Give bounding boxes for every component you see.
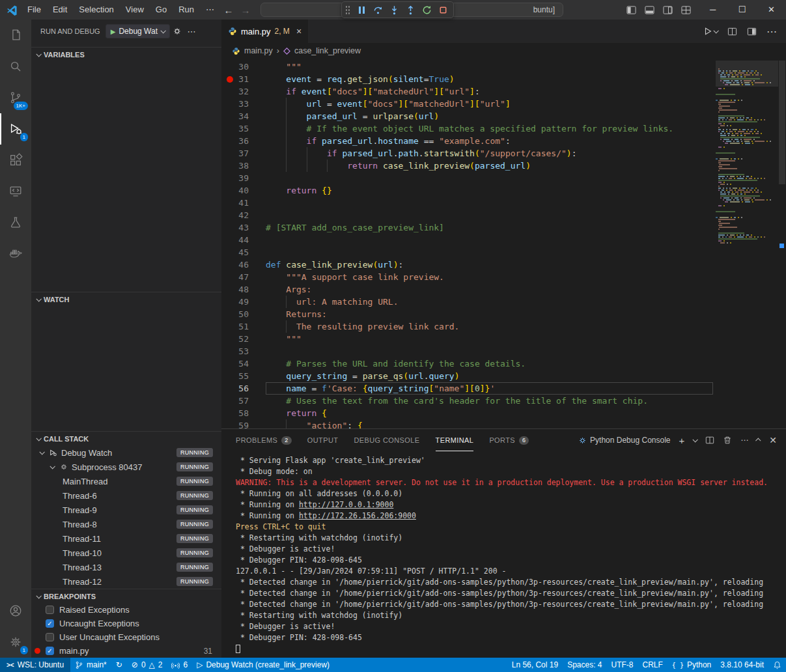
call-stack-item[interactable]: Thread-6RUNNING: [31, 488, 221, 503]
checkbox[interactable]: ✓: [46, 647, 54, 655]
code-line-43[interactable]: 43# [START add_ons_case_preview_link]: [221, 221, 786, 234]
code-line-58[interactable]: 58 return {: [221, 407, 786, 419]
account-icon[interactable]: [0, 595, 31, 626]
panel-more-actions-icon[interactable]: ⋯: [740, 436, 748, 445]
code-line-32[interactable]: 32 if event["docs"]["matchedUrl"]["url"]…: [221, 85, 786, 98]
toggle-panel-icon[interactable]: [645, 5, 654, 15]
drag-handle-icon[interactable]: [345, 5, 350, 14]
code-line-30[interactable]: 30 """: [221, 61, 786, 73]
problems-item[interactable]: ⊘0△2: [127, 658, 167, 672]
breadcrumb-file[interactable]: main.py: [244, 46, 273, 55]
code-line-54[interactable]: 54 # Parses the URL and identify the cas…: [221, 357, 786, 370]
code-line-44[interactable]: 44: [221, 234, 786, 246]
code-line-50[interactable]: 50 Returns:: [221, 308, 786, 320]
start-debug-icon[interactable]: ▶: [111, 28, 116, 35]
code-line-36[interactable]: 36 if parsed_url.hostname == "example.co…: [221, 135, 786, 147]
run-python-file-button[interactable]: [703, 27, 718, 36]
split-terminal-icon[interactable]: [705, 436, 714, 445]
language-mode-item[interactable]: { }Python: [667, 658, 716, 672]
menu-edit[interactable]: Edit: [47, 0, 73, 20]
close-button[interactable]: ✕: [757, 0, 786, 20]
forwarded-ports-item[interactable]: 6: [167, 658, 192, 672]
minimap[interactable]: [716, 61, 778, 256]
menu-selection[interactable]: Selection: [73, 0, 119, 20]
variables-section-header[interactable]: VARIABLES: [31, 47, 221, 61]
source-control-icon[interactable]: 1K+: [0, 82, 31, 113]
run-and-debug-icon[interactable]: 1: [0, 113, 31, 145]
maximize-button[interactable]: ☐: [727, 0, 757, 20]
eol-item[interactable]: CRLF: [638, 658, 667, 672]
terminal-dropdown-icon[interactable]: [693, 437, 698, 442]
encoding-item[interactable]: UTF-8: [607, 658, 638, 672]
code-line-56[interactable]: 56 name = f'Case: {query_string["name"][…: [221, 382, 786, 395]
step-into-button[interactable]: [387, 3, 401, 17]
menu-go[interactable]: Go: [150, 0, 173, 20]
code-line-53[interactable]: 53: [221, 345, 786, 357]
nav-forward-icon[interactable]: →: [237, 5, 254, 16]
toggle-secondary-sidebar-icon[interactable]: [663, 5, 673, 15]
code-area[interactable]: 30 """31 event = req.get_json(silent=Tru…: [221, 59, 786, 428]
breakpoint-item[interactable]: ✓Uncaught Exceptions: [31, 617, 221, 630]
panel-tab-ports[interactable]: PORTS6: [489, 429, 529, 451]
call-stack-item[interactable]: Thread-9RUNNING: [31, 503, 221, 517]
editor-scrollbar[interactable]: [778, 59, 786, 428]
kill-terminal-icon[interactable]: [723, 436, 732, 445]
code-line-48[interactable]: 48 Args:: [221, 283, 786, 296]
debug-settings-gear-icon[interactable]: [170, 24, 184, 38]
maximize-panel-icon[interactable]: [755, 438, 761, 443]
toggle-sidebar-icon[interactable]: [626, 5, 636, 15]
breakpoint-dot[interactable]: [227, 76, 233, 83]
indentation-item[interactable]: Spaces: 4: [563, 658, 606, 672]
open-changes-icon[interactable]: [727, 27, 737, 36]
panel-tab-terminal[interactable]: TERMINAL: [436, 429, 474, 451]
call-stack-item[interactable]: Thread-13RUNNING: [31, 560, 221, 574]
panel-tab-debug-console[interactable]: DEBUG CONSOLE: [354, 429, 419, 451]
call-stack-item[interactable]: MainThreadRUNNING: [31, 474, 221, 488]
call-stack-item[interactable]: Thread-10RUNNING: [31, 546, 221, 560]
notifications-bell-icon[interactable]: [768, 658, 786, 672]
code-line-31[interactable]: 31 event = req.get_json(silent=True): [221, 73, 786, 85]
code-line-46[interactable]: 46def case_link_preview(url):: [221, 259, 786, 271]
explorer-icon[interactable]: [0, 20, 31, 51]
panel-tab-problems[interactable]: PROBLEMS2: [236, 429, 292, 451]
views-more-icon[interactable]: ⋯: [184, 24, 199, 38]
code-line-39[interactable]: 39: [221, 172, 786, 184]
remote-indicator[interactable]: ><WSL: Ubuntu: [0, 658, 70, 672]
testing-icon[interactable]: [0, 207, 31, 238]
restart-button[interactable]: [419, 3, 434, 17]
customize-layout-icon[interactable]: [681, 5, 691, 15]
code-line-59[interactable]: 59 "action": {: [221, 419, 786, 428]
remote-explorer-icon[interactable]: [0, 176, 31, 207]
tab-main-py[interactable]: main.py 2, M ×: [221, 20, 308, 43]
breakpoint-item[interactable]: ✓main.py31: [31, 644, 221, 658]
pause-button[interactable]: [354, 3, 369, 17]
code-line-52[interactable]: 52 """: [221, 333, 786, 345]
panel-tab-output[interactable]: OUTPUT: [307, 429, 339, 451]
stop-button[interactable]: [436, 3, 450, 17]
docker-icon[interactable]: [0, 238, 31, 270]
code-line-35[interactable]: 35 # If the event object URL matches a s…: [221, 122, 786, 135]
code-line-34[interactable]: 34 parsed_url = urlparse(url): [221, 110, 786, 122]
code-line-37[interactable]: 37 if parsed_url.path.startswith("/suppo…: [221, 147, 786, 160]
code-line-41[interactable]: 41: [221, 197, 786, 209]
code-line-33[interactable]: 33 url = event["docs"]["matchedUrl"]["ur…: [221, 98, 786, 110]
call-stack-item[interactable]: Debug WatchRUNNING: [31, 445, 221, 460]
breakpoints-section-header[interactable]: BREAKPOINTS: [31, 589, 221, 603]
menu-view[interactable]: View: [120, 0, 150, 20]
new-terminal-icon[interactable]: +: [679, 435, 685, 446]
code-line-38[interactable]: 38 return case_link_preview(parsed_url): [221, 160, 786, 172]
search-icon[interactable]: [0, 51, 31, 82]
tab-close-icon[interactable]: ×: [296, 26, 302, 36]
checkbox[interactable]: [46, 606, 54, 614]
debug-config-dropdown[interactable]: ▶ Debug Wat: [105, 24, 170, 38]
call-stack-item[interactable]: Thread-8RUNNING: [31, 517, 221, 531]
split-editor-icon[interactable]: [747, 27, 757, 36]
sync-changes-item[interactable]: ↻: [111, 658, 127, 672]
breakpoint-item[interactable]: User Uncaught Exceptions: [31, 630, 221, 644]
checkbox[interactable]: [46, 633, 54, 641]
python-interpreter-item[interactable]: 3.8.10 64-bit: [716, 658, 768, 672]
code-line-57[interactable]: 57 # Uses the text from the card's heade…: [221, 395, 786, 407]
menu-file[interactable]: File: [21, 0, 47, 20]
code-line-51[interactable]: 51 The resulting preview link card.: [221, 320, 786, 333]
code-line-47[interactable]: 47 """A support case link preview.: [221, 271, 786, 283]
